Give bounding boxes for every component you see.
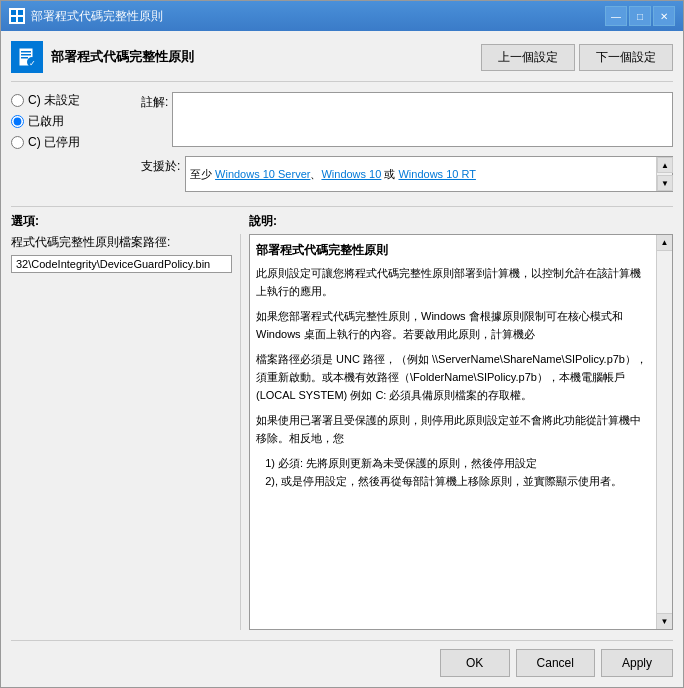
desc-scroll-down[interactable]: ▼ [657,613,672,629]
top-right: 註解: 支援於: 至少 Windows 10 Server、Windows 10… [141,92,673,192]
next-setting-button[interactable]: 下一個設定 [579,44,673,71]
section-divider [11,206,673,207]
comment-area-wrapper [172,92,673,150]
top-content: C) 未設定 已啟用 C) 已停用 註解: [11,92,673,192]
comment-row: 註解: [141,92,673,150]
cancel-button[interactable]: Cancel [516,649,595,677]
desc-para-0: 此原則設定可讓您將程式代碼完整性原則部署到計算機，以控制允許在該計算機上執行的應… [256,265,650,300]
radio-group: C) 未設定 已啟用 C) 已停用 [11,92,131,151]
scroll-up-arrow[interactable]: ▲ [657,157,673,173]
title-bar: 部署程式代碼完整性原則 — □ ✕ [1,1,683,31]
main-window: 部署程式代碼完整性原則 — □ ✕ ✓ 部署程式代碼完整性原則 上一 [0,0,684,688]
file-path-input[interactable]: 32\CodeIntegrity\DeviceGuardPolicy.bin [11,255,232,273]
prev-setting-button[interactable]: 上一個設定 [481,44,575,71]
support-value-box: 至少 Windows 10 Server、Windows 10 或 Window… [185,156,673,192]
desc-para-4: 1) 必須: 先將原則更新為未受保護的原則，然後停用設定 2), 或是停用設定，… [256,455,650,490]
description-column: 部署程式代碼完整性原則 此原則設定可讓您將程式代碼完整性原則部署到計算機，以控制… [241,234,673,630]
maximize-button[interactable]: □ [629,6,651,26]
apply-button[interactable]: Apply [601,649,673,677]
bottom-buttons: OK Cancel Apply [11,640,673,677]
ok-button[interactable]: OK [440,649,510,677]
svg-rect-1 [18,10,23,15]
content-area: ✓ 部署程式代碼完整性原則 上一個設定 下一個設定 C) 未設定 已啟用 [1,31,683,687]
support-row: 支援於: 至少 Windows 10 Server、Windows 10 或 W… [141,156,673,192]
svg-rect-3 [18,17,23,22]
comment-label: 註解: [141,92,168,150]
description-box: 部署程式代碼完整性原則 此原則設定可讓您將程式代碼完整性原則部署到計算機，以控制… [249,234,673,630]
desc-scroll-up[interactable]: ▲ [657,235,672,251]
desc-para-2: 檔案路徑必須是 UNC 路徑，（例如 \\ServerName\ShareNam… [256,351,650,404]
support-link-win10rt[interactable]: Windows 10 RT [398,168,475,180]
svg-text:✓: ✓ [29,59,36,68]
desc-scroll-track [657,251,672,613]
svg-rect-7 [21,57,28,59]
scroll-down-arrow[interactable]: ▼ [657,175,673,191]
svg-rect-5 [21,51,31,53]
support-label: 支援於: [141,156,181,175]
options-label-container: 選項: [11,213,241,230]
enabled-label: 已啟用 [28,113,64,130]
support-link-win10server[interactable]: Windows 10 Server [215,168,310,180]
window-icon [9,8,25,24]
policy-icon: ✓ [11,41,43,73]
section-labels: 選項: 說明: [11,213,673,230]
options-column: 程式代碼完整性原則檔案路徑: 32\CodeIntegrity\DeviceGu… [11,234,241,630]
svg-rect-2 [11,17,16,22]
desc-box-inner: 部署程式代碼完整性原則 此原則設定可讓您將程式代碼完整性原則部署到計算機，以控制… [256,241,666,491]
desc-para-3: 如果使用已署署且受保護的原則，則停用此原則設定並不會將此功能從計算機中移除。相反… [256,412,650,447]
desc-para-1: 如果您部署程式代碼完整性原則，Windows 會根據原則限制可在核心模式和 Wi… [256,308,650,343]
support-value: 至少 Windows 10 Server、Windows 10 或 Window… [190,167,494,182]
minimize-button[interactable]: — [605,6,627,26]
options-label: 選項: [11,214,39,228]
svg-rect-0 [11,10,16,15]
desc-label-container: 說明: [241,213,673,230]
header-title: 部署程式代碼完整性原則 [51,48,481,66]
desc-scrollbar[interactable]: ▲ ▼ [656,235,672,629]
desc-title: 部署程式代碼完整性原則 [256,241,650,259]
options-desc-row: 程式代碼完整性原則檔案路徑: 32\CodeIntegrity\DeviceGu… [11,234,673,630]
comment-textarea[interactable] [172,92,673,147]
svg-rect-6 [21,54,31,56]
not-configured-label: C) 未設定 [28,92,80,109]
radio-disabled[interactable]: C) 已停用 [11,134,131,151]
radio-enabled[interactable]: 已啟用 [11,113,131,130]
radio-not-configured[interactable]: C) 未設定 [11,92,131,109]
header-row: ✓ 部署程式代碼完整性原則 上一個設定 下一個設定 [11,41,673,82]
disabled-label: C) 已停用 [28,134,80,151]
support-link-win10[interactable]: Windows 10 [321,168,381,180]
window-controls: — □ ✕ [605,6,675,26]
desc-label: 說明: [249,214,277,228]
support-scrollbar[interactable]: ▲ ▼ [656,157,672,191]
file-path-label: 程式代碼完整性原則檔案路徑: [11,234,232,251]
window-title: 部署程式代碼完整性原則 [31,8,605,25]
nav-buttons: 上一個設定 下一個設定 [481,44,673,71]
close-button[interactable]: ✕ [653,6,675,26]
